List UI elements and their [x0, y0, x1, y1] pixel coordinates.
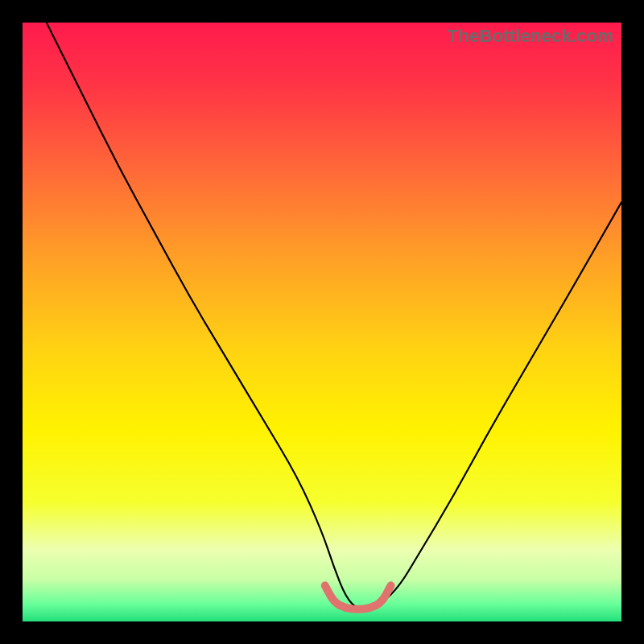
plot-area: TheBottleneck.com	[23, 23, 621, 621]
green-zone-marker	[325, 585, 391, 609]
bottleneck-curve	[47, 23, 621, 609]
watermark-text: TheBottleneck.com	[448, 26, 613, 47]
chart-frame: TheBottleneck.com	[0, 0, 644, 644]
chart-curves	[23, 23, 621, 621]
